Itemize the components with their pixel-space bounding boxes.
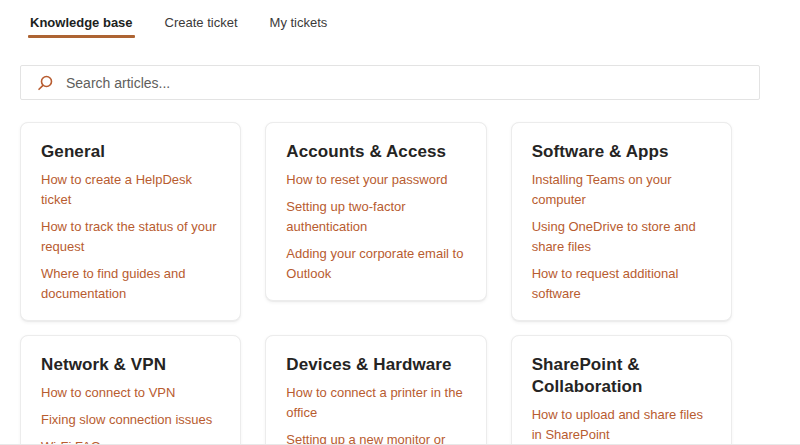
card-sharepoint-collaboration: SharePoint & Collaboration How to upload… [511,335,732,445]
kb-article-link[interactable]: Adding your corporate email to Outlook [286,244,465,284]
search-icon [36,74,54,92]
kb-article-link[interactable]: Installing Teams on your computer [532,170,711,210]
helpdesk-page: Knowledge base Create ticket My tickets … [0,0,800,445]
kb-article-link[interactable]: How to request additional software [532,264,711,304]
card-software-apps: Software & Apps Installing Teams on your… [511,122,732,321]
kb-article-link[interactable]: Setting up a new monitor or docking stat… [286,430,465,445]
kb-article-link[interactable]: Where to find guides and documentation [41,264,220,304]
kb-article-link[interactable]: How to track the status of your request [41,217,220,257]
card-accounts-access: Accounts & Access How to reset your pass… [265,122,486,301]
search-input[interactable] [66,75,747,91]
kb-article-link[interactable]: How to create a HelpDesk ticket [41,170,220,210]
kb-category-grid: General How to create a HelpDesk ticket … [20,122,732,445]
card-title: Accounts & Access [286,141,465,163]
top-tab-bar: Knowledge base Create ticket My tickets [0,0,800,44]
tab-create-ticket[interactable]: Create ticket [163,12,240,38]
kb-article-link[interactable]: Fixing slow connection issues [41,410,220,430]
tab-knowledge-base[interactable]: Knowledge base [28,12,135,38]
tab-my-tickets[interactable]: My tickets [268,12,330,38]
card-title: General [41,141,220,163]
card-title: Devices & Hardware [286,354,465,376]
kb-article-link[interactable]: How to upload and share files in SharePo… [532,405,711,445]
kb-article-link[interactable]: Using OneDrive to store and share files [532,217,711,257]
kb-article-link[interactable]: How to reset your password [286,170,465,190]
card-network-vpn: Network & VPN How to connect to VPN Fixi… [20,335,241,445]
card-general: General How to create a HelpDesk ticket … [20,122,241,321]
card-title: Software & Apps [532,141,711,163]
card-devices-hardware: Devices & Hardware How to connect a prin… [265,335,486,445]
search-bar[interactable] [20,65,760,100]
card-title: SharePoint & Collaboration [532,354,711,398]
card-title: Network & VPN [41,354,220,376]
kb-article-link[interactable]: Setting up two-factor authentication [286,197,465,237]
kb-article-link[interactable]: How to connect to VPN [41,383,220,403]
kb-article-link[interactable]: How to connect a printer in the office [286,383,465,423]
